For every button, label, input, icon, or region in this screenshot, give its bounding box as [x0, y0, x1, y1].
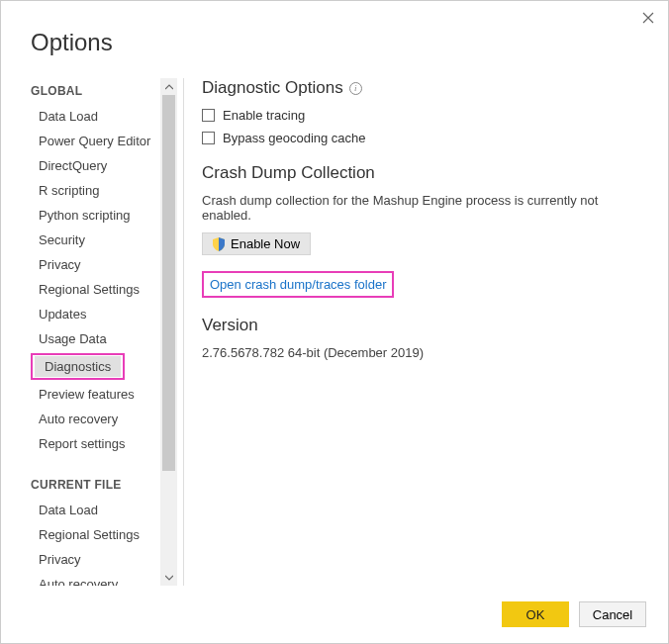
- close-icon: [642, 12, 654, 24]
- sidebar-item-diagnostics-highlight: Diagnostics: [31, 353, 125, 380]
- sidebar-item-diagnostics[interactable]: Diagnostics: [35, 356, 121, 377]
- enable-now-button[interactable]: Enable Now: [202, 232, 311, 255]
- version-heading: Version: [202, 316, 648, 335]
- crash-dump-heading: Crash Dump Collection: [202, 163, 648, 183]
- main-panel: Diagnostic Options i Enable tracing Bypa…: [202, 78, 668, 586]
- dialog-footer: OK Cancel: [1, 586, 668, 643]
- open-folder-row: Open crash dump/traces folder: [202, 271, 648, 298]
- open-folder-highlight: Open crash dump/traces folder: [202, 271, 394, 298]
- sidebar-scrollbar[interactable]: [160, 78, 177, 586]
- sidebar-item-report-settings[interactable]: Report settings: [31, 431, 159, 456]
- bypass-geocoding-row[interactable]: Bypass geocoding cache: [202, 131, 648, 145]
- content-row: GLOBAL Data Load Power Query Editor Dire…: [1, 78, 668, 586]
- section-header-current-file: CURRENT FILE: [31, 472, 159, 498]
- sidebar-item-cf-data-load[interactable]: Data Load: [31, 498, 159, 522]
- scroll-up-button[interactable]: [160, 78, 177, 95]
- diagnostic-options-heading-text: Diagnostic Options: [202, 78, 343, 98]
- info-icon[interactable]: i: [349, 82, 362, 95]
- sidebar-item-cf-regional-settings[interactable]: Regional Settings: [31, 522, 159, 547]
- sidebar: GLOBAL Data Load Power Query Editor Dire…: [31, 78, 159, 586]
- vertical-divider: [183, 78, 184, 586]
- sidebar-item-data-load[interactable]: Data Load: [31, 104, 159, 129]
- section-header-global: GLOBAL: [31, 78, 159, 104]
- sidebar-item-power-query-editor[interactable]: Power Query Editor: [31, 129, 159, 153]
- bypass-geocoding-label: Bypass geocoding cache: [223, 131, 366, 145]
- enable-now-label: Enable Now: [231, 236, 300, 251]
- enable-tracing-label: Enable tracing: [223, 108, 305, 123]
- scroll-down-button[interactable]: [160, 569, 177, 586]
- enable-tracing-row[interactable]: Enable tracing: [202, 108, 648, 123]
- sidebar-item-usage-data[interactable]: Usage Data: [31, 326, 159, 351]
- sidebar-item-r-scripting[interactable]: R scripting: [31, 178, 159, 203]
- sidebar-item-auto-recovery[interactable]: Auto recovery: [31, 407, 159, 431]
- version-text: 2.76.5678.782 64-bit (December 2019): [202, 345, 648, 360]
- sidebar-item-directquery[interactable]: DirectQuery: [31, 153, 159, 178]
- sidebar-item-regional-settings[interactable]: Regional Settings: [31, 277, 159, 302]
- shield-icon: [213, 237, 225, 251]
- crash-dump-text: Crash dump collection for the Mashup Eng…: [202, 193, 648, 223]
- sidebar-wrap: GLOBAL Data Load Power Query Editor Dire…: [31, 78, 177, 586]
- sidebar-item-preview-features[interactable]: Preview features: [31, 382, 159, 407]
- close-button[interactable]: [642, 11, 654, 27]
- bypass-geocoding-checkbox[interactable]: [202, 132, 215, 144]
- enable-tracing-checkbox[interactable]: [202, 109, 215, 122]
- chevron-up-icon: [165, 84, 173, 90]
- diagnostic-options-heading: Diagnostic Options i: [202, 78, 648, 98]
- open-crash-dump-folder-link[interactable]: Open crash dump/traces folder: [210, 277, 386, 292]
- cancel-button[interactable]: Cancel: [579, 601, 646, 627]
- scroll-thumb[interactable]: [162, 95, 175, 471]
- chevron-down-icon: [165, 575, 173, 581]
- ok-button[interactable]: OK: [502, 601, 569, 627]
- dialog-title: Options: [1, 1, 668, 78]
- sidebar-item-cf-auto-recovery[interactable]: Auto recovery: [31, 572, 159, 586]
- sidebar-item-privacy[interactable]: Privacy: [31, 252, 159, 277]
- sidebar-item-python-scripting[interactable]: Python scripting: [31, 203, 159, 228]
- sidebar-item-security[interactable]: Security: [31, 228, 159, 252]
- options-dialog: Options GLOBAL Data Load Power Query Edi…: [0, 0, 669, 644]
- sidebar-item-cf-privacy[interactable]: Privacy: [31, 547, 159, 572]
- sidebar-item-updates[interactable]: Updates: [31, 302, 159, 326]
